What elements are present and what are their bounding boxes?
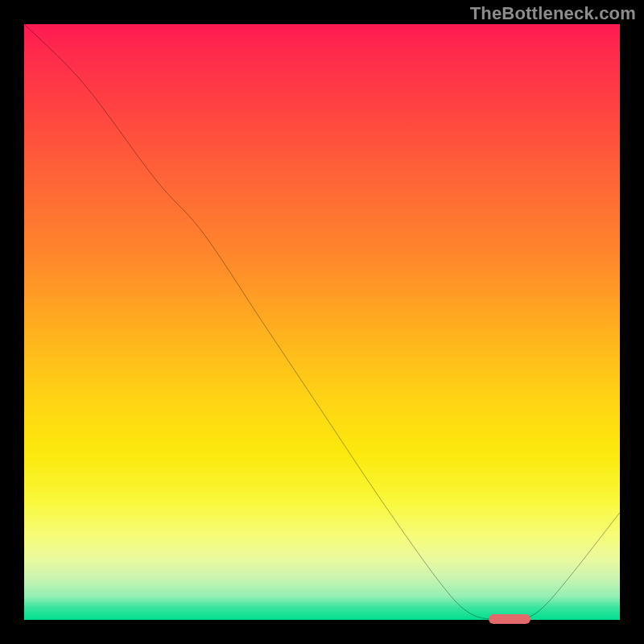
bottleneck-curve	[24, 24, 620, 620]
chart-frame: TheBottleneck.com	[0, 0, 644, 644]
watermark-text: TheBottleneck.com	[470, 3, 636, 24]
plot-area	[24, 24, 620, 620]
optimal-range-marker	[489, 614, 530, 624]
